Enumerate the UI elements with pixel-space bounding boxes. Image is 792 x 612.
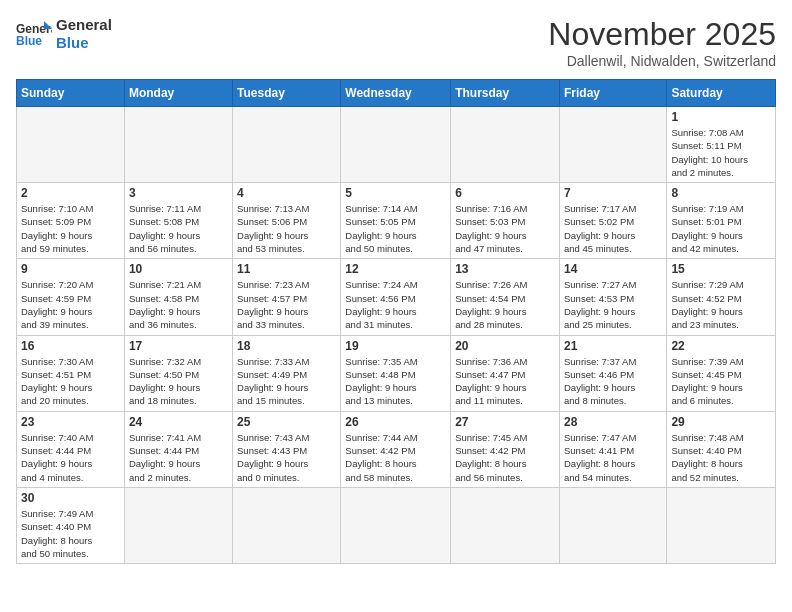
calendar-week-0: 1Sunrise: 7:08 AM Sunset: 5:11 PM Daylig… [17,107,776,183]
day-number: 25 [237,415,336,429]
calendar-cell: 24Sunrise: 7:41 AM Sunset: 4:44 PM Dayli… [124,411,232,487]
day-number: 4 [237,186,336,200]
day-info: Sunrise: 7:08 AM Sunset: 5:11 PM Dayligh… [671,126,771,179]
month-year-title: November 2025 [548,16,776,53]
day-info: Sunrise: 7:49 AM Sunset: 4:40 PM Dayligh… [21,507,120,560]
day-info: Sunrise: 7:44 AM Sunset: 4:42 PM Dayligh… [345,431,446,484]
day-info: Sunrise: 7:33 AM Sunset: 4:49 PM Dayligh… [237,355,336,408]
day-number: 6 [455,186,555,200]
calendar-table: SundayMondayTuesdayWednesdayThursdayFrid… [16,79,776,564]
calendar-cell [667,487,776,563]
weekday-header-tuesday: Tuesday [233,80,341,107]
calendar-cell: 30Sunrise: 7:49 AM Sunset: 4:40 PM Dayli… [17,487,125,563]
day-info: Sunrise: 7:14 AM Sunset: 5:05 PM Dayligh… [345,202,446,255]
calendar-cell: 6Sunrise: 7:16 AM Sunset: 5:03 PM Daylig… [451,183,560,259]
day-info: Sunrise: 7:36 AM Sunset: 4:47 PM Dayligh… [455,355,555,408]
day-number: 23 [21,415,120,429]
weekday-header-wednesday: Wednesday [341,80,451,107]
calendar-cell: 4Sunrise: 7:13 AM Sunset: 5:06 PM Daylig… [233,183,341,259]
logo: General Blue General Blue [16,16,112,52]
day-number: 22 [671,339,771,353]
calendar-cell: 10Sunrise: 7:21 AM Sunset: 4:58 PM Dayli… [124,259,232,335]
day-number: 14 [564,262,662,276]
day-info: Sunrise: 7:47 AM Sunset: 4:41 PM Dayligh… [564,431,662,484]
day-number: 21 [564,339,662,353]
calendar-cell [124,107,232,183]
calendar-cell [451,487,560,563]
calendar-cell [124,487,232,563]
day-number: 1 [671,110,771,124]
day-info: Sunrise: 7:20 AM Sunset: 4:59 PM Dayligh… [21,278,120,331]
day-number: 12 [345,262,446,276]
day-info: Sunrise: 7:43 AM Sunset: 4:43 PM Dayligh… [237,431,336,484]
day-info: Sunrise: 7:35 AM Sunset: 4:48 PM Dayligh… [345,355,446,408]
calendar-cell: 28Sunrise: 7:47 AM Sunset: 4:41 PM Dayli… [559,411,666,487]
calendar-cell: 7Sunrise: 7:17 AM Sunset: 5:02 PM Daylig… [559,183,666,259]
day-number: 9 [21,262,120,276]
day-number: 24 [129,415,228,429]
calendar-cell: 14Sunrise: 7:27 AM Sunset: 4:53 PM Dayli… [559,259,666,335]
weekday-header-saturday: Saturday [667,80,776,107]
day-number: 28 [564,415,662,429]
calendar-cell: 11Sunrise: 7:23 AM Sunset: 4:57 PM Dayli… [233,259,341,335]
day-info: Sunrise: 7:48 AM Sunset: 4:40 PM Dayligh… [671,431,771,484]
day-number: 7 [564,186,662,200]
day-info: Sunrise: 7:29 AM Sunset: 4:52 PM Dayligh… [671,278,771,331]
calendar-cell: 20Sunrise: 7:36 AM Sunset: 4:47 PM Dayli… [451,335,560,411]
day-info: Sunrise: 7:23 AM Sunset: 4:57 PM Dayligh… [237,278,336,331]
title-block: November 2025 Dallenwil, Nidwalden, Swit… [548,16,776,69]
calendar-cell: 9Sunrise: 7:20 AM Sunset: 4:59 PM Daylig… [17,259,125,335]
day-number: 19 [345,339,446,353]
calendar-cell: 18Sunrise: 7:33 AM Sunset: 4:49 PM Dayli… [233,335,341,411]
calendar-cell: 17Sunrise: 7:32 AM Sunset: 4:50 PM Dayli… [124,335,232,411]
calendar-cell: 8Sunrise: 7:19 AM Sunset: 5:01 PM Daylig… [667,183,776,259]
day-number: 27 [455,415,555,429]
calendar-cell [341,107,451,183]
day-number: 10 [129,262,228,276]
calendar-cell: 26Sunrise: 7:44 AM Sunset: 4:42 PM Dayli… [341,411,451,487]
day-number: 13 [455,262,555,276]
day-number: 5 [345,186,446,200]
calendar-cell [17,107,125,183]
day-number: 29 [671,415,771,429]
day-info: Sunrise: 7:24 AM Sunset: 4:56 PM Dayligh… [345,278,446,331]
day-info: Sunrise: 7:16 AM Sunset: 5:03 PM Dayligh… [455,202,555,255]
day-number: 16 [21,339,120,353]
weekday-header-sunday: Sunday [17,80,125,107]
calendar-cell [233,487,341,563]
day-number: 8 [671,186,771,200]
day-info: Sunrise: 7:27 AM Sunset: 4:53 PM Dayligh… [564,278,662,331]
logo-icon: General Blue [16,19,52,49]
logo-general: General [56,16,112,34]
calendar-cell: 16Sunrise: 7:30 AM Sunset: 4:51 PM Dayli… [17,335,125,411]
calendar-cell: 29Sunrise: 7:48 AM Sunset: 4:40 PM Dayli… [667,411,776,487]
calendar-cell: 15Sunrise: 7:29 AM Sunset: 4:52 PM Dayli… [667,259,776,335]
calendar-week-4: 23Sunrise: 7:40 AM Sunset: 4:44 PM Dayli… [17,411,776,487]
weekday-header-thursday: Thursday [451,80,560,107]
calendar-cell [451,107,560,183]
day-number: 2 [21,186,120,200]
svg-text:Blue: Blue [16,34,42,48]
day-info: Sunrise: 7:32 AM Sunset: 4:50 PM Dayligh… [129,355,228,408]
calendar-cell: 3Sunrise: 7:11 AM Sunset: 5:08 PM Daylig… [124,183,232,259]
day-number: 17 [129,339,228,353]
calendar-cell: 13Sunrise: 7:26 AM Sunset: 4:54 PM Dayli… [451,259,560,335]
weekday-header-monday: Monday [124,80,232,107]
calendar-cell: 21Sunrise: 7:37 AM Sunset: 4:46 PM Dayli… [559,335,666,411]
calendar-cell: 2Sunrise: 7:10 AM Sunset: 5:09 PM Daylig… [17,183,125,259]
day-info: Sunrise: 7:26 AM Sunset: 4:54 PM Dayligh… [455,278,555,331]
calendar-week-5: 30Sunrise: 7:49 AM Sunset: 4:40 PM Dayli… [17,487,776,563]
day-number: 11 [237,262,336,276]
calendar-cell [559,487,666,563]
day-number: 18 [237,339,336,353]
day-number: 15 [671,262,771,276]
day-info: Sunrise: 7:37 AM Sunset: 4:46 PM Dayligh… [564,355,662,408]
day-info: Sunrise: 7:11 AM Sunset: 5:08 PM Dayligh… [129,202,228,255]
calendar-cell: 25Sunrise: 7:43 AM Sunset: 4:43 PM Dayli… [233,411,341,487]
calendar-cell [559,107,666,183]
day-number: 20 [455,339,555,353]
calendar-cell: 12Sunrise: 7:24 AM Sunset: 4:56 PM Dayli… [341,259,451,335]
calendar-cell: 19Sunrise: 7:35 AM Sunset: 4:48 PM Dayli… [341,335,451,411]
calendar-cell: 1Sunrise: 7:08 AM Sunset: 5:11 PM Daylig… [667,107,776,183]
calendar-cell: 22Sunrise: 7:39 AM Sunset: 4:45 PM Dayli… [667,335,776,411]
